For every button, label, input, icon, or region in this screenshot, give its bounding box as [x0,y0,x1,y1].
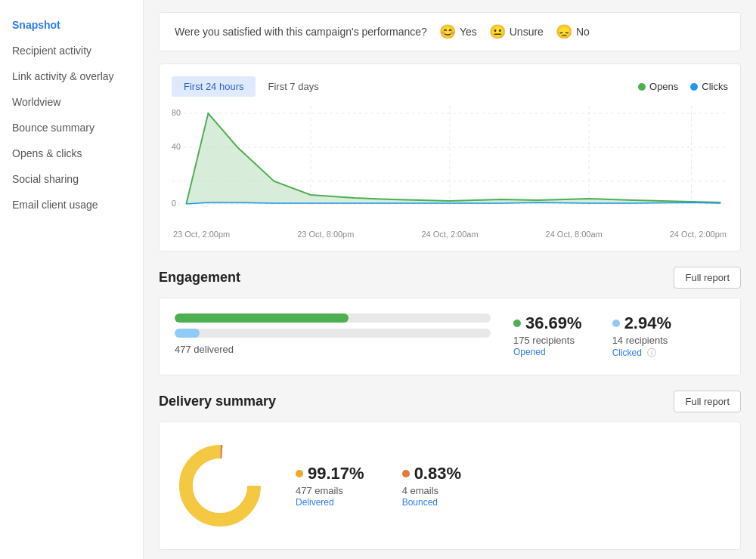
engagement-header: Engagement Full report [159,267,741,289]
clicks-progress-group [175,329,491,338]
chart-tab-7d[interactable]: First 7 days [256,76,330,97]
svg-text:80: 80 [172,108,181,117]
opens-progress-bar-fill [175,313,349,323]
satisfaction-bar: Were you satisfied with this campaign's … [159,12,741,51]
delivered-stat-block: 99.17% 477 emails Delivered [296,464,364,508]
svg-text:0: 0 [172,199,176,208]
clicks-stat-block: 2.94% 14 recipients Clicked ⓘ [612,313,671,360]
delivery-title: Delivery summary [159,394,276,409]
legend-clicks: Clicks [690,81,728,92]
satisfaction-question: Were you satisfied with this campaign's … [175,26,427,38]
delivery-stats: 99.17% 477 emails Delivered 0.83% 4 emai… [296,464,461,508]
engagement-card: 477 delivered 36.69% 175 recipients Open… [159,298,741,375]
no-emoji-icon: 😞 [556,23,572,40]
bounced-stat-dot-icon [402,470,410,477]
delivery-header: Delivery summary Full report [159,391,741,412]
clicks-stat-dot-icon [612,320,620,327]
feedback-yes-button[interactable]: 😊 Yes [439,23,477,40]
sidebar: Snapshot Recipient activity Link activit… [0,0,144,559]
delivered-percentage: 99.17% [296,464,364,483]
delivery-card: 99.17% 477 emails Delivered 0.83% 4 emai… [159,422,741,550]
x-label-0: 23 Oct, 2:00pm [173,230,230,239]
opens-progress-group [175,313,491,323]
opens-dot-icon [638,83,646,91]
opens-stat-block: 36.69% 175 recipients Opened [513,313,582,360]
chart-tabs: First 24 hours First 7 days Opens Clicks [172,76,728,97]
x-label-1: 23 Oct, 8:00pm [297,230,354,239]
delivered-count: 477 emails [296,485,364,496]
svg-point-14 [193,459,247,513]
sidebar-item-link-activity[interactable]: Link activity & overlay [0,63,143,89]
opens-progress-bar-container [175,313,491,323]
clicks-count: 14 recipients [612,335,671,346]
sidebar-item-bounce-summary[interactable]: Bounce summary [0,115,143,141]
svg-text:40: 40 [172,142,181,151]
feedback-buttons: 😊 Yes 😐 Unsure 😞 No [439,23,590,40]
chart-x-axis: 23 Oct, 2:00pm 23 Oct, 8:00pm 24 Oct, 2:… [172,230,728,239]
clicks-progress-bar-container [175,329,491,338]
x-label-3: 24 Oct, 8:00am [546,230,603,239]
bounced-count: 4 emails [402,485,461,496]
sidebar-item-email-client[interactable]: Email client usage [0,192,143,218]
engagement-bars: 477 delivered [175,313,491,355]
clicks-label: Clicked ⓘ [612,347,671,360]
opens-clicks-chart: 80 40 0 [172,106,728,227]
opens-count: 175 recipients [513,335,582,346]
sidebar-item-social-sharing[interactable]: Social sharing [0,166,143,192]
yes-emoji-icon: 😊 [439,23,456,40]
bounced-label-text: Bounced [402,497,461,508]
clicks-dot-icon [690,83,698,91]
delivery-full-report-button[interactable]: Full report [674,391,741,412]
engagement-title: Engagement [159,270,240,286]
svg-marker-11 [186,113,720,204]
opens-stat-dot-icon [513,320,521,327]
opens-percentage: 36.69% [513,313,582,333]
delivered-label: 477 delivered [175,344,491,355]
delivered-stat-dot-icon [296,470,303,477]
bounced-stat-block: 0.83% 4 emails Bounced [402,464,461,508]
unsure-emoji-icon: 😐 [489,23,506,40]
bounced-percentage: 0.83% [402,464,461,483]
engagement-stats: 36.69% 175 recipients Opened 2.94% 14 re… [513,313,725,360]
sidebar-item-snapshot[interactable]: Snapshot [0,12,143,38]
feedback-unsure-button[interactable]: 😐 Unsure [489,23,544,40]
clicks-info-icon[interactable]: ⓘ [647,347,656,358]
chart-tab-24h[interactable]: First 24 hours [172,76,256,97]
engagement-full-report-button[interactable]: Full report [674,267,741,289]
sidebar-item-recipient-activity[interactable]: Recipient activity [0,38,143,63]
x-label-2: 24 Oct, 2:00am [421,230,478,239]
sidebar-item-opens-clicks[interactable]: Opens & clicks [0,141,143,166]
clicks-progress-bar-fill [175,329,200,338]
engagement-row: 477 delivered 36.69% 175 recipients Open… [175,313,725,360]
delivery-donut-chart [175,440,265,531]
opens-label: Opened [513,347,582,357]
chart-section: First 24 hours First 7 days Opens Clicks [159,63,741,252]
chart-legend: Opens Clicks [638,81,728,92]
main-content: Were you satisfied with this campaign's … [144,0,756,559]
legend-opens: Opens [638,81,678,92]
clicks-percentage: 2.94% [612,313,671,333]
feedback-no-button[interactable]: 😞 No [556,23,590,40]
sidebar-item-worldview[interactable]: Worldview [0,89,143,115]
delivered-label-text: Delivered [296,497,364,508]
x-label-4: 24 Oct, 2:00pm [670,230,727,239]
